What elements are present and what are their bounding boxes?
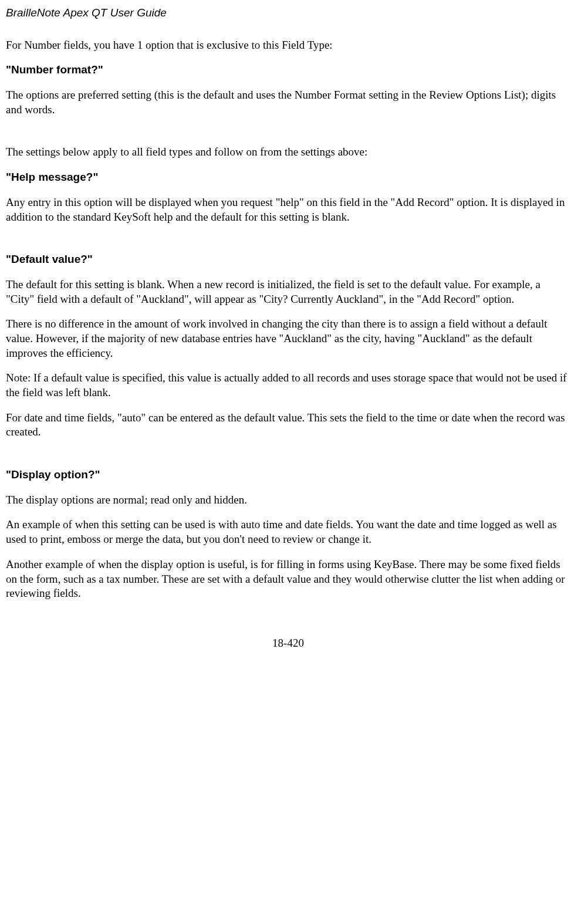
document-header-title: BrailleNote Apex QT User Guide [6, 6, 570, 21]
number-format-heading: "Number format?" [6, 63, 570, 77]
display-option-heading: "Display option?" [6, 468, 570, 482]
section-spacer [6, 235, 570, 252]
default-value-body-2: There is no difference in the amount of … [6, 317, 570, 360]
help-message-body: Any entry in this option will be display… [6, 195, 570, 224]
section-spacer [6, 450, 570, 468]
default-value-body-3: Note: If a default value is specified, t… [6, 371, 570, 400]
section-spacer [6, 127, 570, 145]
intro-paragraph: For Number fields, you have 1 option tha… [6, 38, 570, 53]
default-value-body-1: The default for this setting is blank. W… [6, 278, 570, 306]
help-message-heading: "Help message?" [6, 170, 570, 185]
default-value-body-4: For date and time fields, "auto" can be … [6, 411, 570, 440]
display-option-body-1: The display options are normal; read onl… [6, 493, 570, 508]
number-format-body: The options are preferred setting (this … [6, 88, 570, 117]
transition-paragraph: The settings below apply to all field ty… [6, 145, 570, 160]
default-value-heading: "Default value?" [6, 252, 570, 267]
page-number: 18-420 [6, 636, 570, 651]
display-option-body-3: Another example of when the display opti… [6, 558, 570, 601]
display-option-body-2: An example of when this setting can be u… [6, 518, 570, 546]
